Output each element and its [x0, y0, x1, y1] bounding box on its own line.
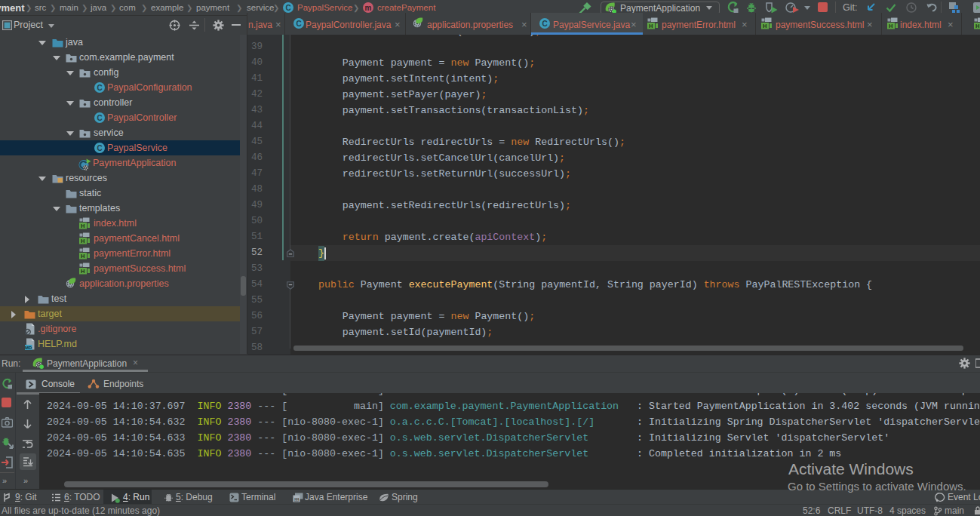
- svg-text:C: C: [97, 144, 102, 152]
- svg-text:C: C: [285, 4, 290, 12]
- svg-text:H: H: [889, 23, 892, 29]
- svg-text:H: H: [763, 23, 766, 29]
- svg-text:EE: EE: [294, 498, 299, 502]
- svg-text:C: C: [97, 84, 102, 92]
- svg-text:C: C: [296, 20, 301, 28]
- svg-text:H: H: [81, 253, 84, 260]
- svg-text:m: m: [365, 4, 372, 12]
- svg-text:H: H: [649, 23, 653, 29]
- svg-text:MD: MD: [25, 346, 32, 350]
- svg-text:H: H: [81, 268, 84, 275]
- svg-text:C: C: [542, 20, 547, 28]
- svg-text:H: H: [975, 23, 979, 29]
- svg-text:H: H: [81, 223, 84, 229]
- svg-text:H: H: [81, 238, 84, 244]
- svg-text:C: C: [97, 114, 102, 122]
